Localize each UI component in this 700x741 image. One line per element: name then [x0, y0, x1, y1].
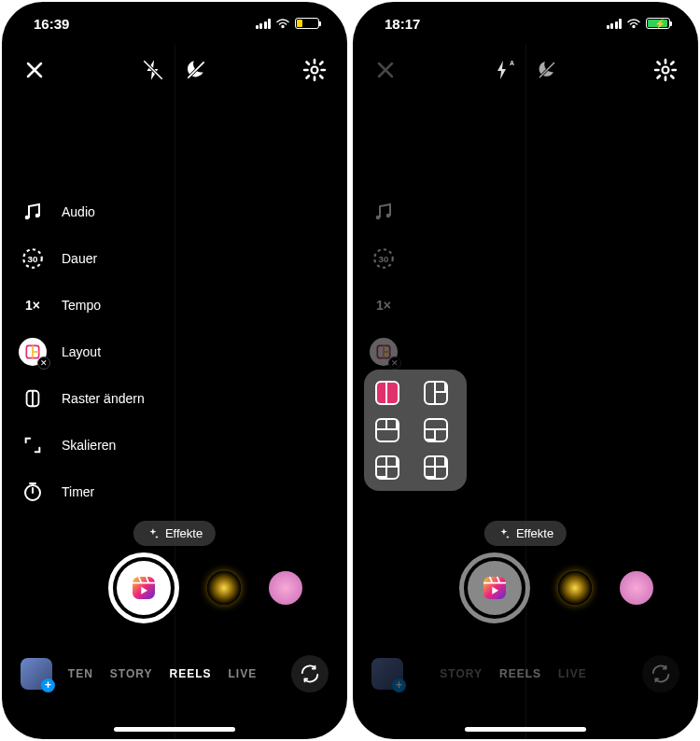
layout-option-1-2[interactable] — [424, 381, 448, 405]
grid-icon — [19, 384, 47, 412]
svg-text:30: 30 — [379, 254, 389, 264]
close-badge: ✕ — [37, 357, 50, 370]
tool-label: Dauer — [62, 251, 97, 266]
wifi-icon — [275, 18, 290, 29]
mode-selector[interactable]: TEN STORY REELS LIVE — [56, 667, 269, 680]
settings-button[interactable] — [302, 58, 327, 82]
wifi-icon — [626, 18, 641, 29]
bottom-bar: + TEN STORY REELS LIVE — [2, 655, 347, 692]
effects-label: Effekte — [516, 526, 553, 540]
tool-duration[interactable]: 30 Dauer — [19, 245, 145, 273]
effects-label: Effekte — [165, 526, 203, 540]
mode-item[interactable]: LIVE — [558, 667, 587, 680]
shutter-row — [353, 552, 698, 623]
layout-option-4b[interactable] — [424, 455, 448, 480]
flash-off-icon[interactable] — [141, 58, 165, 82]
mode-item[interactable]: STORY — [440, 667, 483, 680]
tool-tempo: 1× — [370, 291, 398, 319]
tool-audio[interactable]: Audio — [19, 198, 145, 226]
gallery-thumbnail[interactable]: + — [21, 658, 52, 690]
camera-divider — [525, 45, 526, 739]
camera-flip-button[interactable] — [291, 655, 329, 692]
home-indicator[interactable] — [465, 727, 586, 732]
gallery-thumbnail[interactable]: + — [371, 658, 403, 690]
tool-label: Audio — [62, 204, 95, 219]
side-tools-dimmed: 30 1× ✕ — [370, 198, 398, 366]
tool-tempo[interactable]: 1× Tempo — [19, 291, 145, 319]
battery-charging-icon: ⚡ — [646, 18, 670, 29]
status-indicators: ⚡ — [607, 18, 671, 29]
sparkle-icon — [497, 527, 511, 540]
layout-option-2-1[interactable] — [375, 418, 399, 442]
effect-sparkle[interactable] — [207, 571, 241, 605]
cellular-icon — [607, 19, 623, 29]
settings-button[interactable] — [653, 58, 678, 82]
scale-icon — [19, 431, 47, 459]
timer-icon — [19, 478, 47, 506]
camera-flip-button[interactable] — [642, 655, 679, 692]
tool-label: Skalieren — [62, 438, 116, 453]
effects-button[interactable]: Effekte — [484, 521, 567, 546]
effects-button[interactable]: Effekte — [133, 521, 216, 546]
status-time: 16:39 — [34, 16, 69, 32]
layout-icon: ✕ — [19, 338, 47, 366]
status-time: 18:17 — [385, 16, 420, 32]
phone-right: 18:17 ⚡ A — [353, 2, 698, 739]
svg-point-21 — [386, 214, 391, 218]
effect-glitter[interactable] — [620, 571, 653, 605]
layout-option-1-2h[interactable] — [424, 418, 448, 442]
effect-sparkle[interactable] — [558, 571, 592, 605]
close-button[interactable] — [373, 58, 398, 82]
battery-icon — [295, 18, 319, 29]
svg-text:30: 30 — [28, 254, 38, 264]
night-mode-icon[interactable] — [184, 58, 208, 82]
phone-left: 16:39 — [2, 2, 347, 739]
tool-scale[interactable]: Skalieren — [19, 431, 145, 459]
layout-option-2col[interactable] — [375, 381, 399, 405]
sparkle-icon — [147, 527, 160, 540]
tool-layout: ✕ — [370, 338, 398, 366]
tool-label: Tempo — [62, 298, 101, 313]
effect-glitter[interactable] — [269, 571, 302, 605]
svg-point-6 — [35, 214, 40, 218]
tempo-icon: 1× — [370, 291, 398, 319]
shutter-button[interactable] — [459, 552, 530, 623]
layout-popover — [364, 370, 467, 491]
duration-icon: 30 — [370, 245, 398, 273]
tool-raster[interactable]: Raster ändern — [19, 384, 145, 412]
svg-rect-27 — [483, 577, 506, 599]
tool-layout[interactable]: ✕ Layout — [19, 338, 145, 366]
close-button[interactable] — [22, 58, 47, 82]
tool-label: Raster ändern — [62, 391, 145, 406]
mode-selector[interactable]: STORY REELS LIVE — [407, 667, 620, 680]
side-tools: Audio 30 Dauer 1× Tempo ✕ Layout Raster … — [19, 198, 145, 506]
shutter-row — [2, 552, 347, 623]
close-badge: ✕ — [388, 357, 401, 370]
reels-icon — [468, 561, 522, 615]
status-indicators — [256, 18, 320, 29]
duration-icon: 30 — [19, 245, 47, 273]
svg-point-5 — [25, 216, 30, 220]
tool-timer[interactable]: Timer — [19, 478, 145, 506]
bottom-bar: + STORY REELS LIVE — [353, 655, 698, 692]
flash-auto-icon[interactable]: A — [492, 58, 516, 82]
plus-badge: + — [392, 678, 406, 692]
mode-item-active[interactable]: REELS — [499, 667, 541, 680]
svg-text:A: A — [510, 60, 514, 66]
shutter-button[interactable] — [108, 552, 179, 623]
mode-item[interactable]: STORY — [110, 667, 153, 680]
home-indicator[interactable] — [114, 727, 235, 732]
cellular-icon — [256, 19, 272, 29]
layout-option-4[interactable] — [375, 455, 399, 480]
tool-audio — [370, 198, 398, 226]
tool-label: Timer — [62, 484, 94, 499]
night-mode-icon[interactable] — [535, 58, 559, 82]
svg-rect-15 — [133, 577, 155, 599]
status-bar: 16:39 — [2, 2, 347, 45]
mode-item[interactable]: LIVE — [229, 667, 258, 680]
mode-item[interactable]: TEN — [68, 667, 93, 680]
camera-divider — [175, 45, 175, 739]
mode-item-active[interactable]: REELS — [170, 667, 212, 680]
layout-icon: ✕ — [370, 338, 398, 366]
svg-point-4 — [312, 67, 318, 74]
